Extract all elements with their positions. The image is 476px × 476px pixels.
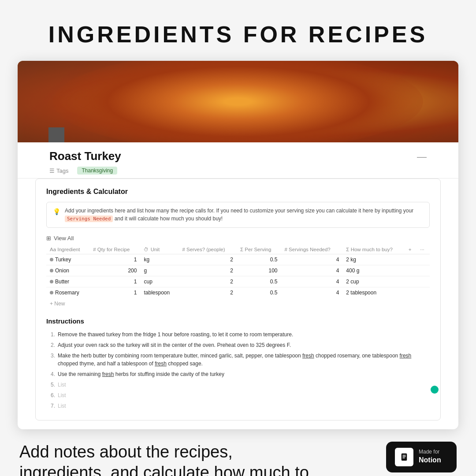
servings-needed-highlight: Servings Needed [65,216,113,222]
table-row: Rosemary 1 tablespoon 2 0.5 4 2 tablespo… [46,287,430,298]
instruction-step: 5.List [46,379,430,390]
cell-qty: 1 [89,287,140,298]
cell-servings-needed: 4 [281,254,343,265]
info-text: Add your ingredients here and list how m… [65,207,423,223]
recipe-header: Roast Turkey — [18,142,458,163]
cell-qty: 200 [89,265,140,276]
table-row: Onion 200 g 2 100 4 400 g [46,265,430,276]
bottom-section: Add notes about the recipes, ingredients… [0,429,476,476]
table-icon: ⊞ [46,235,51,242]
cell-serves: 2 [178,287,237,298]
cell-per-serving: 0.5 [237,276,281,287]
notion-badge: Made for Notion [386,442,457,472]
cell-unit: tablespoon [140,287,178,298]
new-row-button[interactable]: + New [46,298,430,309]
col-qty: # Qty for Recipe [89,245,140,254]
green-dot-icon [431,386,439,394]
ingredients-panel: Ingredients & Calculator 💡 Add your ingr… [35,178,441,420]
cell-per-serving: 0.5 [237,287,281,298]
instruction-step: 6.List [46,390,430,401]
instruction-step: 1.Remove the thawed turkey from the frid… [46,329,430,340]
cell-qty: 1 [89,276,140,287]
cell-servings-needed: 4 [281,287,343,298]
made-for-label: Made for [419,449,441,456]
notion-label: Notion [419,456,441,465]
col-unit: ⏱ Unit [140,245,178,254]
cell-ingredient: Rosemary [46,287,89,298]
hero-image [18,61,458,142]
cell-how-much: 2 kg [342,254,405,265]
view-all-row[interactable]: ⊞ View All [46,235,430,242]
col-ingredient: Aa Ingredient [46,245,89,254]
recipe-title: Roast Turkey [49,149,121,163]
ingredients-section-title: Ingredients & Calculator [46,188,430,196]
col-per-serving: Σ Per Serving [237,245,281,254]
cell-unit: g [140,265,178,276]
ingredients-table: Aa Ingredient # Qty for Recipe ⏱ Unit # … [46,245,430,298]
cell-servings-needed: 4 [281,276,343,287]
instruction-step: 3.Make the herb butter by combining room… [46,350,430,369]
col-serves: # Serves? (people) [178,245,237,254]
table-row: Turkey 1 kg 2 0.5 4 2 kg [46,254,430,265]
cell-serves: 2 [178,254,237,265]
notion-badge-text: Made for Notion [419,449,441,465]
recipe-card: Roast Turkey — ☰ Tags Thanksgiving Ingre… [18,61,458,429]
cell-ingredient: Butter [46,276,89,287]
cell-ingredient: Onion [46,265,89,276]
col-how-much: Σ How much to buy? [342,245,405,254]
cell-serves: 2 [178,265,237,276]
tags-row: ☰ Tags Thanksgiving [18,163,458,178]
col-add[interactable]: + [405,245,416,254]
cell-how-much: 2 cup [342,276,405,287]
cell-per-serving: 100 [237,265,281,276]
page-main-title: INGREDIENTS FOR RECIPES [0,0,476,61]
info-box: 💡 Add your ingredients here and list how… [46,202,430,228]
list-icon: ☰ [49,167,55,174]
bulb-icon: 💡 [53,207,60,216]
cell-qty: 1 [89,254,140,265]
instructions-title: Instructions [46,317,430,325]
cell-per-serving: 0.5 [237,254,281,265]
cell-how-much: 2 tablespoon [342,287,405,298]
cell-servings-needed: 4 [281,265,343,276]
cell-unit: kg [140,254,178,265]
instruction-step: 4.Use the remaining fresh herbs for stuf… [46,369,430,379]
collapse-button[interactable]: — [417,151,427,163]
instructions-section: Instructions 1.Remove the thawed turkey … [46,317,430,411]
tag-thanksgiving[interactable]: Thanksgiving [77,167,117,175]
bookmark-icon [48,127,64,142]
cell-how-much: 400 g [342,265,405,276]
instruction-step: 7.List [46,401,430,411]
col-more[interactable]: ··· [416,245,430,254]
cell-serves: 2 [178,276,237,287]
col-servings-needed: # Servings Needed? [281,245,343,254]
table-row: Butter 1 cup 2 0.5 4 2 cup [46,276,430,287]
bottom-description: Add notes about the recipes, ingredients… [19,442,319,476]
cell-unit: cup [140,276,178,287]
tags-label: ☰ Tags [49,167,68,174]
view-all-label: View All [54,235,74,242]
instructions-list: 1.Remove the thawed turkey from the frid… [46,329,430,411]
instruction-step: 2.Adjust your oven rack so the turkey wi… [46,340,430,350]
notion-logo [395,448,413,466]
aa-icon: Aa [50,247,57,252]
cell-ingredient: Turkey [46,254,89,265]
